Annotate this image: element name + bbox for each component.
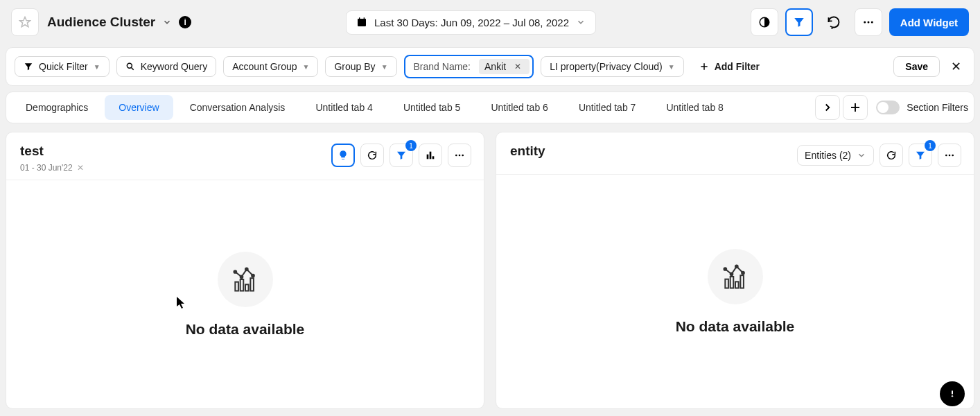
widgets-area: test 01 - 30 Jun'22 ✕ 1 [0,123,980,416]
global-more-button[interactable] [855,8,882,36]
favorite-star-button[interactable] [11,8,39,36]
empty-state-icon [708,249,763,304]
svg-rect-2 [358,19,366,21]
remove-brand-value-button[interactable]: ✕ [511,62,524,71]
svg-rect-36 [725,279,728,288]
search-icon [125,62,135,71]
widget-body: No data available [6,180,484,408]
svg-point-34 [735,265,738,268]
refresh-icon [367,150,378,161]
section-filters-toggle[interactable] [876,101,900,114]
brand-value-pill: Ankit ✕ [479,59,530,74]
empty-state-text: No data available [676,318,795,335]
more-horizontal-icon [454,150,465,161]
tab-untitled-5[interactable]: Untitled tab 5 [390,95,475,120]
close-filterbar-button[interactable]: ✕ [947,59,965,74]
widget-head: entity Entities (2) 1 [496,132,974,174]
tab-untitled-4[interactable]: Untitled tab 4 [301,95,387,120]
widget-tools: Entities (2) 1 [797,144,961,167]
funnel-icon [24,62,33,71]
widget-title: entity [510,144,545,159]
svg-point-22 [240,275,243,278]
li-property-label: LI property(Privacy Cloud) [550,61,663,72]
no-data-chart-icon [230,264,261,295]
svg-point-32 [724,268,726,270]
chevron-down-icon: ▼ [94,63,100,71]
title-chevron-down-icon[interactable] [162,17,172,27]
tab-conversation-analysis[interactable]: Conversation Analysis [176,95,299,120]
bar-chart-icon [425,150,436,161]
group-by-label: Group By [334,61,375,72]
no-data-chart-icon [720,261,751,292]
widget-more-button[interactable] [448,144,471,167]
chevron-down-icon: ▼ [303,63,310,71]
insights-button[interactable] [331,144,355,167]
date-range-label: Last 30 Days: Jun 09, 2022 – Jul 08, 202… [374,17,569,28]
li-property-chip[interactable]: LI property(Privacy Cloud) ▼ [541,56,684,77]
tab-untitled-7[interactable]: Untitled tab 7 [565,95,650,120]
date-range-picker[interactable]: Last 30 Days: Jun 09, 2022 – Jul 08, 202… [346,10,596,35]
tab-overview[interactable]: Overview [105,95,173,120]
tab-untitled-6[interactable]: Untitled tab 6 [477,95,562,120]
empty-state-text: No data available [186,321,305,338]
svg-point-18 [455,155,457,157]
svg-point-19 [459,155,461,157]
funnel-icon [793,16,805,28]
svg-point-35 [742,271,744,274]
funnel-icon [915,150,926,161]
widget-test: test 01 - 30 Jun'22 ✕ 1 [6,132,484,409]
brand-name-filter-chip[interactable]: Brand Name: Ankit ✕ [404,55,534,78]
add-tab-button[interactable] [843,95,868,120]
widget-title: test [20,144,84,159]
tab-untitled-8[interactable]: Untitled tab 8 [652,95,737,120]
theme-toggle-button[interactable] [751,8,778,36]
group-by-chip[interactable]: Group By ▼ [325,56,396,77]
widget-more-button[interactable] [938,144,961,167]
svg-rect-25 [235,281,238,291]
empty-state-icon [218,252,273,307]
info-icon[interactable]: i [179,16,191,28]
plus-icon [849,101,861,114]
svg-rect-15 [427,155,429,159]
account-group-chip[interactable]: Account Group ▼ [223,56,318,77]
brand-name-label: Brand Name: [414,61,471,72]
clear-date-button[interactable]: ✕ [77,163,84,173]
quick-filter-label: Quick Filter [39,61,88,72]
chevron-down-icon: ▼ [668,63,675,71]
plus-icon [699,62,709,71]
save-filters-button[interactable]: Save [893,56,940,77]
global-filter-button[interactable] [785,8,813,36]
svg-point-8 [871,21,873,24]
svg-rect-17 [432,156,435,159]
svg-line-10 [131,67,133,69]
chevron-down-icon [857,150,866,160]
tabs-scroll: Demographics Overview Conversation Analy… [12,95,812,120]
svg-point-24 [252,274,254,277]
quick-filter-chip[interactable]: Quick Filter ▼ [15,56,110,77]
svg-rect-26 [240,279,243,291]
widget-filter-button[interactable]: 1 [390,144,413,167]
global-refresh-button[interactable] [820,8,848,36]
tabs-scroll-right-button[interactable] [815,95,840,120]
svg-marker-0 [20,17,30,27]
add-filter-button[interactable]: Add Filter [691,57,768,76]
tab-demographics[interactable]: Demographics [12,95,102,120]
svg-rect-39 [740,275,744,288]
alert-fab[interactable] [940,381,965,406]
widget-refresh-button[interactable] [880,144,903,167]
svg-rect-27 [245,284,249,291]
widget-refresh-button[interactable] [360,144,384,167]
svg-point-30 [949,155,951,157]
filter-bar: Quick Filter ▼ Keyword Query Account Gro… [6,47,974,86]
widget-chart-type-button[interactable] [419,144,442,167]
widget-filter-button[interactable]: 1 [909,144,932,167]
svg-point-9 [127,63,132,68]
add-widget-button[interactable]: Add Widget [889,8,969,36]
keyword-query-chip[interactable]: Keyword Query [116,56,216,77]
svg-point-31 [952,155,954,157]
svg-rect-41 [952,390,953,394]
more-horizontal-icon [862,16,875,28]
refresh-icon [827,15,841,29]
svg-rect-37 [730,277,733,288]
entities-dropdown[interactable]: Entities (2) [797,145,874,166]
